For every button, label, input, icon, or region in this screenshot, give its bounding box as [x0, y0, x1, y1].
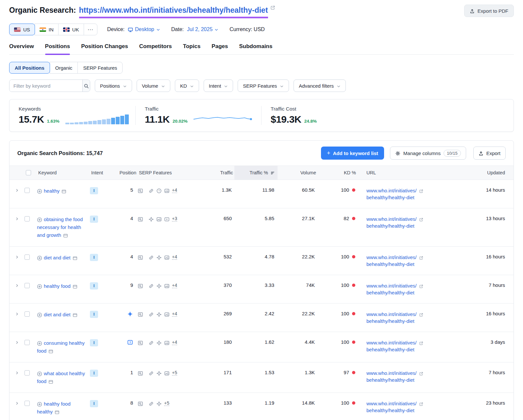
scope-organic[interactable]: Organic — [50, 62, 78, 74]
expand-row-chevron-icon[interactable] — [9, 180, 25, 200]
serp-snapshot-icon[interactable] — [48, 378, 53, 384]
intent-filter-dropdown[interactable]: Intent — [204, 79, 233, 92]
device-selector[interactable]: Desktop — [128, 26, 160, 32]
keyword-filter-input[interactable] — [9, 80, 82, 92]
result-url-link[interactable]: www.who.int/initiatives/ — [366, 340, 416, 345]
external-link-icon[interactable] — [270, 5, 275, 10]
result-url-link[interactable]: www.who.int/initiatives/ — [366, 370, 416, 376]
col-traffic-pct[interactable]: Traffic % — [234, 166, 278, 180]
serp-snapshot-icon[interactable] — [63, 232, 68, 238]
serp-snapshot-icon[interactable] — [73, 312, 77, 317]
expand-row-chevron-icon[interactable] — [9, 393, 25, 412]
external-link-icon[interactable] — [419, 401, 423, 406]
expand-row-chevron-icon[interactable] — [9, 304, 25, 323]
serp-snapshot-icon[interactable] — [61, 188, 66, 194]
more-serp-features-link[interactable]: +5 — [172, 370, 177, 376]
row-checkbox[interactable] — [25, 254, 30, 260]
serp-features-filter-dropdown[interactable]: SERP Features — [238, 79, 289, 92]
tab-pages[interactable]: Pages — [211, 43, 228, 54]
more-serp-features-link[interactable]: +4 — [172, 188, 177, 193]
row-checkbox[interactable] — [25, 340, 30, 345]
tab-positions[interactable]: Positions — [45, 43, 70, 54]
keyword-link[interactable]: healthy — [44, 188, 59, 194]
external-link-icon[interactable] — [419, 283, 423, 289]
keyword-link[interactable]: consuming healthy food — [37, 340, 85, 354]
export-button[interactable]: Export — [473, 147, 506, 160]
col-position[interactable]: Position — [112, 166, 138, 180]
country-tab-uk[interactable]: UK — [58, 24, 84, 35]
export-to-pdf-button[interactable]: Export to PDF — [464, 5, 514, 17]
external-link-icon[interactable] — [419, 311, 423, 317]
tab-overview[interactable]: Overview — [9, 43, 34, 54]
expand-row-chevron-icon[interactable] — [9, 275, 25, 295]
row-checkbox[interactable] — [25, 216, 30, 221]
result-url-link[interactable]: www.who.int/initiatives/ — [366, 254, 416, 260]
more-serp-features-link[interactable]: +4 — [172, 254, 177, 260]
analyzed-url-link[interactable]: https://www.who.int/initiatives/behealth… — [79, 5, 268, 18]
expand-row-chevron-icon[interactable] — [9, 208, 25, 228]
more-serp-features-link[interactable]: +5 — [164, 401, 169, 406]
scope-all-positions[interactable]: All Positions — [9, 62, 50, 74]
result-url-link[interactable]: www.who.int/initiatives/ — [366, 311, 416, 317]
more-serp-features-link[interactable]: +4 — [172, 311, 177, 317]
add-keyword-icon[interactable] — [37, 217, 42, 222]
select-all-checkbox[interactable] — [26, 170, 31, 175]
keyword-link[interactable]: healthy food — [44, 283, 71, 289]
add-keyword-icon[interactable] — [37, 340, 42, 346]
volume-filter-dropdown[interactable]: Volume — [137, 79, 170, 92]
result-url-link[interactable]: behealthy/healthy-diet — [366, 377, 414, 383]
result-url-link[interactable]: behealthy/healthy-diet — [366, 223, 414, 229]
col-traffic[interactable]: Traffic — [202, 166, 234, 180]
row-checkbox[interactable] — [25, 311, 30, 317]
country-tab-in[interactable]: IN — [35, 24, 59, 35]
more-countries-button[interactable]: ⋯ — [84, 24, 97, 35]
result-url-link[interactable]: www.who.int/initiatives/ — [366, 283, 416, 289]
add-keyword-icon[interactable] — [37, 371, 42, 376]
result-url-link[interactable]: behealthy/healthy-diet — [366, 408, 414, 413]
add-keyword-icon[interactable] — [37, 401, 42, 407]
expand-row-chevron-icon[interactable] — [9, 332, 25, 352]
add-to-keyword-list-button[interactable]: + Add to keyword list — [321, 147, 384, 160]
country-tab-us[interactable]: US — [9, 24, 35, 35]
row-checkbox[interactable] — [25, 283, 30, 288]
search-button[interactable] — [82, 80, 90, 92]
row-checkbox[interactable] — [25, 370, 30, 376]
add-keyword-icon[interactable] — [37, 255, 42, 260]
more-serp-features-link[interactable]: +4 — [172, 340, 177, 345]
positions-filter-dropdown[interactable]: Positions — [95, 79, 132, 92]
external-link-icon[interactable] — [419, 188, 423, 193]
serp-snapshot-icon[interactable] — [48, 348, 53, 354]
add-keyword-icon[interactable] — [37, 312, 42, 317]
tab-competitors[interactable]: Competitors — [139, 43, 172, 54]
external-link-icon[interactable] — [419, 254, 423, 260]
row-checkbox[interactable] — [25, 188, 30, 193]
result-url-link[interactable]: behealthy/healthy-diet — [366, 318, 414, 324]
keyword-link[interactable]: diet and diet — [44, 312, 71, 317]
col-kd[interactable]: KD % — [317, 166, 357, 180]
tab-subdomains[interactable]: Subdomains — [239, 43, 272, 54]
row-checkbox[interactable] — [25, 401, 30, 406]
tab-position-changes[interactable]: Position Changes — [81, 43, 128, 54]
result-url-link[interactable]: behealthy/healthy-diet — [366, 347, 414, 352]
tab-topics[interactable]: Topics — [183, 43, 201, 54]
add-keyword-icon[interactable] — [37, 283, 42, 289]
expand-row-chevron-icon[interactable] — [9, 247, 25, 266]
serp-snapshot-icon[interactable] — [73, 283, 77, 289]
result-url-link[interactable]: behealthy/healthy-diet — [366, 195, 414, 200]
serp-snapshot-icon[interactable] — [73, 255, 77, 260]
kd-filter-dropdown[interactable]: KD — [175, 79, 199, 92]
add-keyword-icon[interactable] — [37, 188, 42, 194]
external-link-icon[interactable] — [419, 370, 423, 376]
advanced-filters-dropdown[interactable]: Advanced filters — [294, 79, 346, 92]
more-serp-features-link[interactable]: +3 — [172, 216, 177, 221]
more-serp-features-link[interactable]: +4 — [172, 283, 177, 288]
result-url-link[interactable]: www.who.int/initiatives/ — [366, 401, 416, 406]
result-url-link[interactable]: www.who.int/initiatives/ — [366, 188, 416, 193]
keyword-link[interactable]: obtaining the food necessary for health … — [37, 217, 83, 238]
date-selector[interactable]: Jul 2, 2025 — [187, 26, 218, 32]
external-link-icon[interactable] — [419, 216, 423, 222]
keyword-link[interactable]: diet and diet — [44, 255, 71, 260]
result-url-link[interactable]: www.who.int/initiatives/ — [366, 216, 416, 222]
col-updated[interactable]: Updated — [443, 166, 514, 180]
result-url-link[interactable]: behealthy/healthy-diet — [366, 290, 414, 295]
